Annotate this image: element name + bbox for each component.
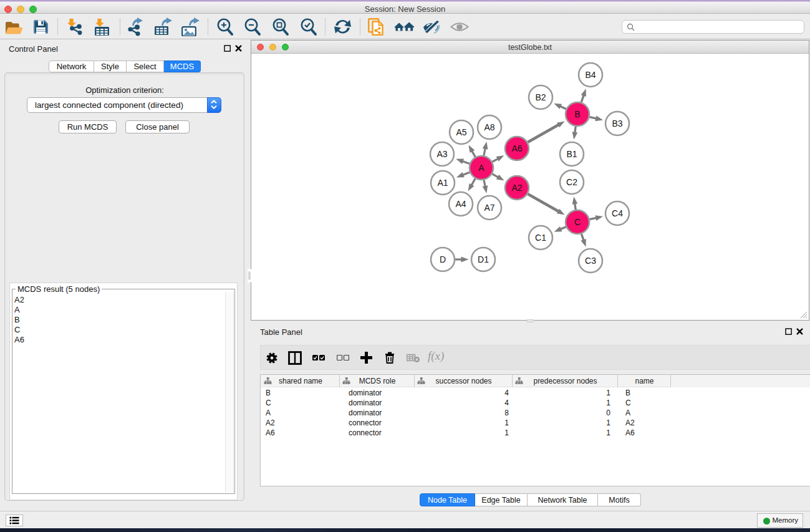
svg-text:A4: A4 [455,199,466,209]
svg-text:D: D [440,254,446,264]
svg-text:A6: A6 [511,143,522,153]
svg-text:A8: A8 [484,122,494,132]
svg-text:B: B [574,109,580,119]
svg-text:A7: A7 [484,203,494,213]
svg-text:C4: C4 [612,208,623,218]
svg-text:B1: B1 [566,149,577,159]
svg-text:B2: B2 [535,92,546,102]
svg-text:C2: C2 [566,177,577,187]
svg-text:A3: A3 [436,149,447,159]
svg-text:A2: A2 [511,183,522,193]
svg-text:B3: B3 [612,118,622,128]
svg-text:A1: A1 [437,178,448,188]
svg-text:A: A [478,163,485,173]
svg-text:A5: A5 [456,127,466,137]
svg-text:D1: D1 [478,254,489,264]
svg-text:C3: C3 [585,256,596,266]
svg-text:C: C [574,217,581,227]
svg-text:B4: B4 [585,70,595,80]
svg-text:C1: C1 [535,233,546,243]
